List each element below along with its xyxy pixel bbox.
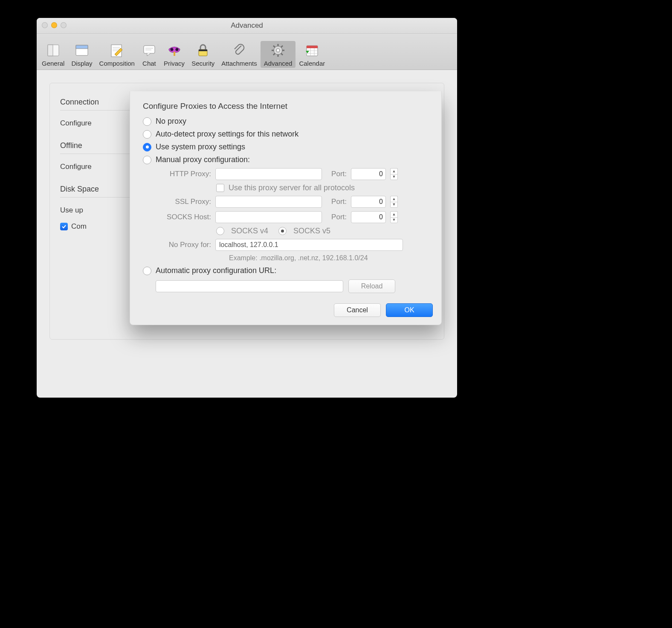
port-label: Port: (326, 198, 347, 206)
svg-rect-8 (144, 46, 155, 53)
toolbar-label: Chat (142, 60, 156, 67)
preferences-toolbar: General Display Composition Chat Privacy (37, 34, 457, 70)
dialog-title: Configure Proxies to Access the Internet (143, 102, 433, 111)
option-auto-detect[interactable]: Auto-detect proxy settings for this netw… (143, 130, 433, 139)
preferences-window: Advanced General Display Composition Cha… (37, 18, 457, 398)
http-port-input[interactable] (351, 168, 386, 180)
svg-rect-3 (76, 45, 88, 49)
toolbar-attachments[interactable]: Attachments (218, 41, 260, 68)
svg-line-23 (281, 53, 283, 55)
privacy-icon (167, 43, 182, 58)
proxy-dialog: Configure Proxies to Access the Internet… (130, 91, 442, 325)
socks-v5-radio[interactable] (278, 227, 287, 235)
radio-selected-icon (143, 143, 151, 151)
window-title: Advanced (231, 21, 263, 30)
minimize-icon[interactable] (51, 22, 57, 28)
compact-label: Com (71, 222, 87, 231)
socks-v4-radio[interactable] (216, 227, 224, 235)
ssl-proxy-input[interactable] (215, 196, 322, 208)
toolbar-advanced[interactable]: Advanced (261, 41, 296, 68)
ssl-port-input[interactable] (351, 196, 386, 208)
toolbar-label: Advanced (264, 60, 293, 67)
socks-host-label: SOCKS Host: (156, 213, 211, 221)
no-proxy-label: No Proxy for: (156, 241, 211, 249)
radio-icon (143, 130, 151, 139)
toolbar-composition[interactable]: Composition (96, 41, 138, 68)
option-pac-url[interactable]: Automatic proxy configuration URL: (143, 266, 433, 275)
port-label: Port: (326, 213, 347, 221)
svg-point-11 (170, 48, 173, 51)
port-stepper[interactable]: ▲▼ (390, 196, 398, 208)
chat-icon (142, 43, 157, 58)
toolbar-label: Calendar (299, 60, 325, 67)
use-all-label: Use this proxy server for all protocols (229, 183, 355, 192)
no-proxy-example: Example: .mozilla.org, .net.nz, 192.168.… (229, 254, 433, 262)
port-stepper[interactable]: ▲▼ (390, 211, 398, 223)
general-icon (46, 43, 61, 58)
socks-host-input[interactable] (215, 211, 322, 223)
window-controls (42, 22, 67, 28)
socks-v5-label: SOCKS v5 (293, 227, 330, 236)
option-manual-proxy[interactable]: Manual proxy configuration: (143, 155, 433, 164)
svg-line-22 (273, 46, 275, 47)
option-label: Automatic proxy configuration URL: (156, 266, 276, 275)
svg-point-17 (276, 49, 280, 52)
port-stepper[interactable]: ▲▼ (390, 168, 398, 180)
composition-icon (109, 43, 125, 58)
toolbar-label: Privacy (164, 60, 185, 67)
svg-line-25 (273, 53, 275, 55)
svg-point-12 (175, 48, 178, 51)
ok-button[interactable]: OK (386, 303, 433, 317)
svg-rect-1 (48, 45, 53, 56)
zoom-icon[interactable] (61, 22, 67, 28)
option-system-proxy[interactable]: Use system proxy settings (143, 142, 433, 151)
toolbar-privacy[interactable]: Privacy (160, 41, 188, 68)
checkbox-checked-icon[interactable] (60, 223, 68, 230)
no-proxy-input[interactable] (215, 239, 403, 251)
toolbar-calendar[interactable]: Calendar (295, 41, 328, 68)
svg-rect-27 (307, 46, 318, 48)
port-label: Port: (326, 170, 347, 178)
toolbar-security[interactable]: Security (188, 41, 218, 68)
toolbar-label: Display (71, 60, 92, 67)
pac-url-input[interactable] (156, 280, 343, 292)
toolbar-chat[interactable]: Chat (138, 41, 160, 68)
socks-port-input[interactable] (351, 211, 386, 223)
display-icon (74, 43, 90, 58)
attachments-icon (232, 43, 247, 58)
http-proxy-label: HTTP Proxy: (156, 170, 211, 178)
reload-button[interactable]: Reload (348, 279, 395, 293)
radio-icon (143, 156, 151, 164)
option-label: No proxy (156, 117, 186, 126)
manual-proxy-fields: HTTP Proxy: Port: ▲▼ Use this proxy serv… (156, 168, 433, 262)
socks-v4-label: SOCKS v4 (231, 227, 268, 236)
option-label: Manual proxy configuration: (156, 155, 250, 164)
use-all-protocols-checkbox[interactable] (216, 184, 224, 192)
toolbar-general[interactable]: General (38, 41, 68, 68)
radio-icon (143, 117, 151, 126)
radio-icon (143, 267, 151, 275)
titlebar: Advanced (37, 18, 457, 34)
svg-rect-13 (174, 52, 175, 56)
gear-icon (270, 43, 286, 58)
option-label: Use system proxy settings (156, 142, 245, 151)
svg-line-24 (281, 46, 283, 47)
close-icon[interactable] (42, 22, 48, 28)
toolbar-label: Composition (99, 60, 135, 67)
http-proxy-input[interactable] (215, 168, 322, 180)
security-icon (195, 43, 211, 58)
toolbar-label: Attachments (221, 60, 257, 67)
option-no-proxy[interactable]: No proxy (143, 117, 433, 126)
toolbar-label: General (42, 60, 64, 67)
ssl-proxy-label: SSL Proxy: (156, 198, 211, 206)
option-label: Auto-detect proxy settings for this netw… (156, 130, 298, 139)
toolbar-label: Security (191, 60, 214, 67)
svg-rect-15 (199, 49, 207, 51)
calendar-icon (304, 43, 320, 58)
cancel-button[interactable]: Cancel (334, 303, 381, 317)
toolbar-display[interactable]: Display (68, 41, 96, 68)
